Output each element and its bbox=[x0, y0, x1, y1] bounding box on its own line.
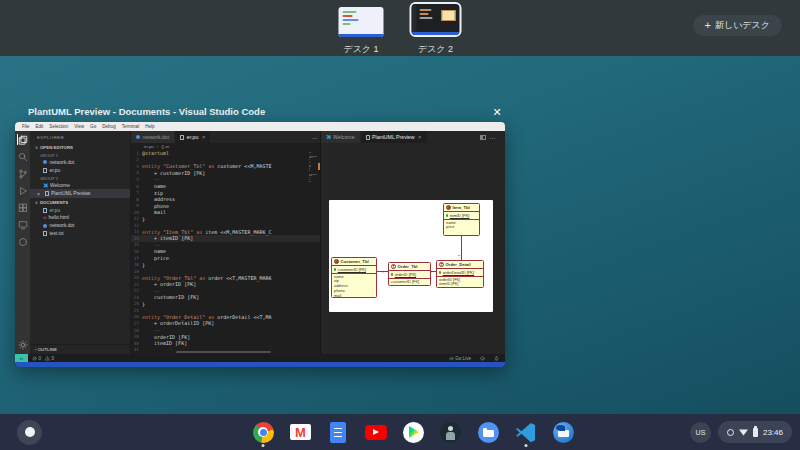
thunderbird-logo-icon bbox=[553, 422, 574, 443]
tab-plantuml-preview[interactable]: PlantUML Preview× bbox=[361, 131, 428, 143]
close-icon[interactable]: × bbox=[37, 191, 42, 197]
keyboard-layout-badge[interactable]: US bbox=[690, 422, 711, 443]
key-icon bbox=[446, 214, 448, 216]
thunderbird-app-icon[interactable] bbox=[551, 419, 575, 445]
line-number: 6 bbox=[131, 184, 142, 189]
open-editor-item[interactable]: ×PlantUML Preview bbox=[30, 189, 130, 198]
vscode-window-preview[interactable]: FileEditSelectionViewGoDebugTerminalHelp… bbox=[15, 122, 505, 367]
desk-2[interactable]: デスク 2 bbox=[410, 2, 462, 56]
menu-item-view[interactable]: View bbox=[74, 124, 84, 129]
desk-thumbnail bbox=[339, 7, 384, 37]
open-editor-item[interactable]: er.pu bbox=[30, 166, 130, 174]
open-editor-item[interactable]: network.dot bbox=[30, 159, 130, 167]
code-text: entity "Customer_Tbl" as customer <<M,MA… bbox=[142, 163, 271, 169]
file-item[interactable]: ‹›hello.html bbox=[30, 214, 130, 222]
page-file-icon bbox=[43, 208, 47, 213]
line-number: 22 bbox=[131, 288, 142, 293]
er-diagram-canvas: ‹ ‹ › MItem_TblitemID [PK]namepriceMCust… bbox=[329, 200, 493, 312]
horizontal-scrollbar[interactable] bbox=[176, 351, 271, 354]
split-editor-icon[interactable] bbox=[480, 135, 486, 140]
more-actions-icon[interactable]: ⋯ bbox=[311, 131, 317, 143]
menu-item-help[interactable]: Help bbox=[145, 124, 154, 129]
file-label: PlantUML Preview bbox=[51, 191, 90, 196]
dot-file-icon bbox=[43, 224, 47, 228]
play-app-icon[interactable] bbox=[401, 419, 425, 445]
page-file-icon bbox=[366, 135, 370, 140]
launcher-button[interactable] bbox=[17, 420, 42, 445]
chromeos-overview-screen: デスク 1デスク 2 + 新しいデスク PlantUML Preview - D… bbox=[0, 0, 800, 450]
shelf: US 23:46 bbox=[0, 414, 800, 450]
line-number: 27 bbox=[131, 321, 142, 326]
gmail-app-icon[interactable] bbox=[289, 419, 313, 445]
bell-status-item[interactable] bbox=[494, 356, 499, 361]
line-number: 1 bbox=[131, 151, 142, 156]
line-number: 14 bbox=[131, 236, 142, 241]
code-text: + itemID [PK] bbox=[142, 235, 193, 241]
menu-item-file[interactable]: File bbox=[22, 124, 29, 129]
menu-item-terminal[interactable]: Terminal bbox=[122, 124, 139, 129]
files-icon[interactable] bbox=[17, 134, 28, 145]
line-number: 21 bbox=[131, 282, 142, 287]
kindle-app-icon[interactable] bbox=[439, 419, 463, 445]
open-editor-item[interactable]: Welcome bbox=[30, 182, 130, 190]
vscode-app-icon[interactable] bbox=[514, 419, 538, 445]
circle-icon[interactable] bbox=[17, 236, 28, 247]
system-tray[interactable]: 23:46 bbox=[718, 421, 792, 443]
breadcrumb-item[interactable]: {} er bbox=[157, 144, 170, 149]
line-number: 24 bbox=[131, 301, 142, 306]
smiley-status-item[interactable] bbox=[480, 356, 485, 361]
docs-app-icon[interactable] bbox=[326, 419, 350, 445]
tab-er-pu[interactable]: er.pu× bbox=[175, 131, 211, 143]
code-text: customerID [FK] bbox=[142, 294, 199, 300]
new-desk-button[interactable]: + 新しいデスク bbox=[693, 15, 783, 36]
chrome-app-icon[interactable] bbox=[251, 419, 275, 445]
play-logo-icon bbox=[403, 422, 424, 443]
close-icon[interactable]: × bbox=[202, 134, 206, 140]
search-icon[interactable] bbox=[17, 151, 28, 162]
entity-name: Order_Tbl bbox=[398, 264, 418, 269]
close-icon[interactable]: × bbox=[418, 134, 422, 140]
tab-label: network.dot bbox=[143, 134, 170, 140]
git-icon[interactable] bbox=[17, 168, 28, 179]
code-editor[interactable]: 1@startuml23entity "Customer_Tbl" as cus… bbox=[131, 150, 320, 354]
page-file-icon bbox=[43, 231, 47, 236]
monitor-icon[interactable] bbox=[17, 219, 28, 230]
menu-item-debug[interactable]: Debug bbox=[102, 124, 116, 129]
extensions-icon[interactable] bbox=[17, 202, 28, 213]
notification-indicator-icon bbox=[727, 429, 734, 436]
menu-bar: FileEditSelectionViewGoDebugTerminalHelp bbox=[15, 122, 505, 131]
youtube-app-icon[interactable] bbox=[364, 419, 388, 445]
line-number: 4 bbox=[131, 170, 142, 175]
tab-welcome[interactable]: Welcome bbox=[321, 131, 361, 143]
file-item[interactable]: test.txt bbox=[30, 229, 130, 237]
file-item[interactable]: er.pu bbox=[30, 206, 130, 214]
open-editors-header[interactable]: ∨OPEN EDITORS bbox=[30, 143, 130, 151]
menu-item-edit[interactable]: Edit bbox=[35, 124, 43, 129]
menu-item-selection[interactable]: Selection bbox=[49, 124, 68, 129]
code-text: mail bbox=[142, 209, 166, 215]
outline-section-header[interactable]: › OUTLINE bbox=[30, 344, 130, 355]
gmail-logo-icon bbox=[290, 424, 311, 440]
breadcrumb-item[interactable]: er.pu bbox=[144, 144, 154, 149]
explorer-title: EXPLORER bbox=[30, 131, 130, 143]
file-item[interactable]: network.dot bbox=[30, 222, 130, 230]
line-number: 8 bbox=[131, 197, 142, 202]
remote-indicator[interactable]: ›‹ bbox=[15, 354, 28, 362]
menu-item-go[interactable]: Go bbox=[90, 124, 96, 129]
desk-1[interactable]: デスク 1 bbox=[339, 3, 384, 56]
tab-network-dot[interactable]: network.dot bbox=[131, 131, 175, 143]
docs-logo-icon bbox=[330, 422, 346, 443]
more-actions-icon[interactable]: ⋯ bbox=[489, 134, 495, 141]
debug-icon[interactable] bbox=[17, 185, 28, 196]
gear-icon[interactable] bbox=[17, 339, 28, 350]
code-text: name bbox=[142, 183, 166, 189]
code-text: + customerID [PK] bbox=[142, 170, 205, 176]
files-app-icon[interactable] bbox=[476, 419, 500, 445]
go-live-status-item[interactable]: Go Live bbox=[449, 356, 471, 361]
close-window-icon[interactable]: ✕ bbox=[489, 104, 505, 120]
folder-header[interactable]: ∨DOCUMENTS bbox=[30, 198, 130, 206]
plantuml-preview-pane: ‹ ‹ › MItem_TblitemID [PK]namepriceMCust… bbox=[321, 143, 505, 354]
kindle-logo-icon bbox=[440, 422, 461, 443]
file-label: test.txt bbox=[50, 231, 64, 236]
entity-order_tbl: TOrder_TblorderID [PK]customerID [FK] bbox=[388, 262, 431, 286]
